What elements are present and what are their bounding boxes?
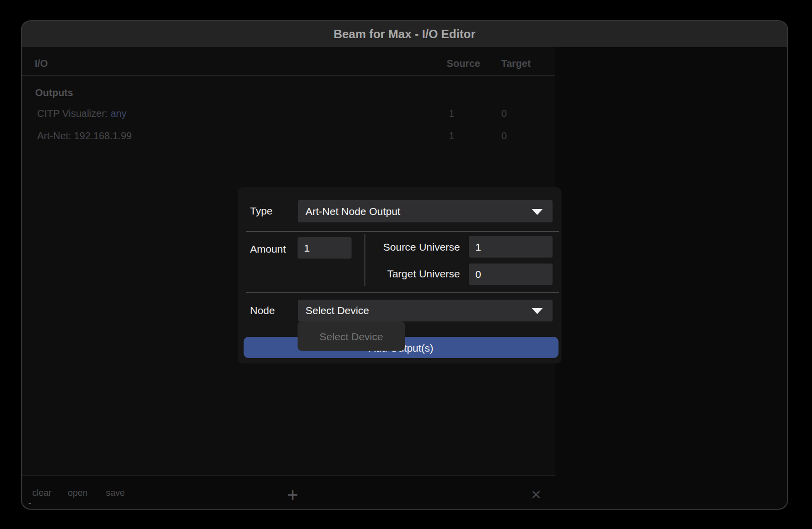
type-dropdown-value: Art-Net Node Output — [305, 200, 400, 222]
row-source-value: 1 — [429, 106, 474, 121]
column-header-source: Source — [441, 55, 486, 71]
table-row[interactable]: Art-Net: 192.168.1.99 1 0 — [22, 128, 555, 144]
column-header-target: Target — [494, 55, 538, 71]
chevron-down-icon — [532, 308, 543, 314]
clear-button[interactable]: clear — [32, 476, 51, 510]
table-row[interactable]: CITP Visualizer: any 1 0 — [22, 106, 555, 121]
open-button[interactable]: open — [68, 476, 88, 510]
target-universe-label: Target Universe — [376, 266, 460, 282]
overflow-dash: - — [28, 498, 32, 509]
node-dropdown[interactable]: Select Device — [298, 300, 553, 321]
row-link-any[interactable]: any — [110, 108, 126, 119]
type-label: Type — [250, 203, 273, 219]
outputs-section-label: Outputs — [35, 85, 73, 101]
source-universe-label: Source Universe — [376, 239, 460, 255]
add-icon[interactable]: + — [283, 485, 303, 505]
window-title: Beam for Max - I/O Editor — [334, 27, 476, 41]
row-label: Art-Net: 192.168.1.99 — [37, 130, 132, 141]
header-divider — [22, 75, 555, 76]
node-dropdown-option[interactable]: Select Device — [319, 331, 383, 342]
window-titlebar: Beam for Max - I/O Editor — [22, 21, 787, 47]
io-editor-window: Beam for Max - I/O Editor I/O Source Tar… — [21, 20, 788, 510]
add-output-dialog: Type Art-Net Node Output Amount Source U… — [238, 187, 561, 364]
source-universe-input[interactable] — [469, 236, 553, 258]
toolbar-divider — [22, 476, 556, 476]
row-label: CITP Visualizer: — [37, 108, 108, 119]
save-button[interactable]: save — [106, 476, 125, 510]
row-source-value: 1 — [429, 128, 474, 144]
type-dropdown[interactable]: Art-Net Node Output — [298, 200, 553, 222]
node-dropdown-value: Select Device — [305, 300, 369, 321]
chevron-down-icon — [532, 209, 543, 215]
node-dropdown-menu: Select Device — [298, 321, 405, 351]
node-label: Node — [250, 303, 275, 318]
amount-input[interactable] — [298, 237, 352, 259]
close-icon[interactable]: ✕ — [526, 485, 546, 505]
divider — [246, 292, 559, 293]
amount-label: Amount — [250, 241, 286, 257]
divider — [246, 231, 559, 232]
row-target-value: 0 — [482, 128, 526, 144]
row-target-value: 0 — [482, 106, 526, 121]
column-header-io: I/O — [35, 55, 48, 71]
vertical-divider — [364, 234, 365, 286]
target-universe-input[interactable] — [469, 264, 553, 285]
